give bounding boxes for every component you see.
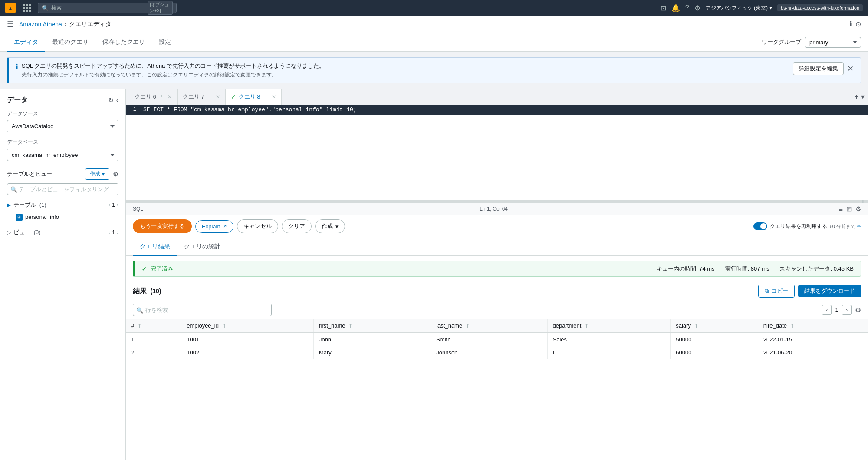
action-bar-right: クエリ結果を再利用する 60 分前まで ✏ — [753, 222, 861, 230]
next-page-button[interactable]: › — [842, 305, 852, 315]
query-tab-6[interactable]: クエリ 6 ⋮ ✕ — [129, 89, 178, 105]
copy-button[interactable]: ⧉ コピー — [758, 285, 795, 298]
info-banner: ℹ SQL クエリの開発をスピードアップするために、Athena で先行入力のコ… — [7, 57, 861, 83]
reuse-label: クエリ結果を再利用する — [770, 223, 827, 230]
cancel-button[interactable]: キャンセル — [237, 219, 278, 233]
code-line-1: 1 SELECT * FROM "cm_kasama_hr_employee".… — [126, 105, 868, 115]
format-icon[interactable]: ≡ — [839, 205, 843, 213]
grid-menu-icon[interactable] — [23, 4, 31, 12]
query-tab-7-more-icon[interactable]: ⋮ — [207, 93, 213, 100]
result-tab-results[interactable]: クエリ結果 — [133, 238, 177, 256]
views-tree-header[interactable]: ▷ ビュー (0) ‹ 1 › — [7, 227, 118, 238]
create-button[interactable]: 作成 ▾ — [315, 219, 345, 233]
cell-department: IT — [547, 346, 671, 359]
prev-page-button[interactable]: ‹ — [822, 305, 832, 315]
result-tab-stats[interactable]: クエリの統計 — [177, 238, 227, 256]
tab-editor[interactable]: エディタ — [7, 33, 45, 52]
status-text: 完了済み — [151, 265, 173, 273]
database-select[interactable]: cm_kasama_hr_employee — [7, 149, 118, 161]
sort-icon-first-name[interactable]: ⬆ — [349, 323, 352, 328]
sort-icon-hire-date[interactable]: ⬆ — [790, 323, 794, 328]
table-search-icon: 🔍 — [136, 307, 143, 313]
filter-search-icon: 🔍 — [10, 186, 17, 192]
collapse-sidebar-icon[interactable]: ‹ — [116, 96, 118, 104]
settings-icon[interactable]: ⚙ — [694, 4, 700, 12]
hamburger-menu-icon[interactable]: ☰ — [7, 20, 14, 29]
bell-icon[interactable]: 🔔 — [671, 4, 680, 12]
help-icon[interactable]: ? — [685, 4, 689, 12]
views-pagination: ‹ 1 › — [108, 229, 118, 235]
results-title: 結果 (10) — [133, 287, 161, 296]
create-table-button[interactable]: 作成 ▾ — [85, 168, 109, 180]
query-tab-6-close-icon[interactable]: ✕ — [168, 94, 172, 99]
terminal-icon[interactable]: ⊡ — [661, 4, 666, 12]
banner-close-icon[interactable]: ✕ — [847, 65, 854, 73]
database-label: データベース — [7, 139, 118, 146]
query-tab-8[interactable]: ✓ クエリ 8 ⋮ ✕ — [226, 89, 282, 105]
results-actions: ⧉ コピー 結果をダウンロード — [758, 285, 861, 298]
query-tab-6-more-icon[interactable]: ⋮ — [159, 93, 165, 100]
workgroup-select[interactable]: primary — [805, 37, 861, 48]
sort-icon-department[interactable]: ⬆ — [585, 323, 589, 328]
sort-icon-employee-id[interactable]: ⬆ — [222, 323, 226, 328]
refresh-icon[interactable]: ↻ — [108, 96, 114, 104]
results-header: 結果 (10) ⧉ コピー 結果をダウンロード — [126, 281, 868, 301]
breadcrumb-home-link[interactable]: Amazon Athena — [19, 21, 62, 28]
edit-time-icon[interactable]: ✏ — [857, 224, 861, 229]
banner-actions: 詳細設定を編集 ✕ — [793, 62, 854, 75]
views-next-icon[interactable]: › — [117, 229, 118, 235]
query-tabs-more-icon[interactable]: ▾ — [861, 93, 865, 101]
sort-icon-rownum[interactable]: ⬆ — [138, 323, 141, 328]
cell-hire_date: 2022-01-15 — [758, 333, 868, 346]
cell-employee_id: 1002 — [181, 346, 314, 359]
action-bar: もう一度実行する Explain ↗ キャンセル クリア 作成 ▾ クエリ結果を… — [126, 215, 868, 238]
line-content-1: SELECT * FROM "cm_kasama_hr_employee"."p… — [140, 105, 360, 115]
table-search-input[interactable] — [133, 304, 272, 316]
reuse-results-toggle[interactable] — [753, 222, 767, 230]
query-tab-7[interactable]: クエリ 7 ⋮ ✕ — [178, 89, 226, 105]
query-tab-8-close-icon[interactable]: ✕ — [272, 94, 276, 99]
table-item-name: personal_info — [25, 214, 59, 220]
code-editor[interactable]: 1 SELECT * FROM "cm_kasama_hr_employee".… — [126, 105, 868, 201]
layout-icon[interactable]: ⊞ — [846, 205, 852, 213]
editor-settings-icon[interactable]: ⚙ — [855, 205, 861, 213]
run-again-button[interactable]: もう一度実行する — [133, 219, 192, 233]
clear-button[interactable]: クリア — [282, 219, 312, 233]
datasource-select[interactable]: AwsDataCatalog — [7, 120, 118, 132]
tab-saved[interactable]: 保存したクエリ — [95, 33, 152, 52]
sort-icon-last-name[interactable]: ⬆ — [466, 323, 470, 328]
status-row: ✓ 完了済み キュー内の時間: 74 ms 実行時間: 807 ms スキャンし… — [133, 261, 861, 277]
filter-input[interactable] — [7, 183, 118, 195]
create-chevron-icon: ▾ — [335, 223, 339, 230]
table-settings-icon[interactable]: ⚙ — [855, 306, 861, 314]
tab-recent[interactable]: 最近のクエリ — [45, 33, 95, 52]
global-search[interactable]: 🔍 [オプション+S] — [38, 3, 177, 13]
download-button[interactable]: 結果をダウンロード — [798, 285, 861, 297]
notification-icon[interactable]: ⊙ — [855, 20, 861, 28]
table-row: 21002MaryJohnsonIT600002021-06-20 — [126, 346, 868, 359]
info-banner-title: SQL クエリの開発をスピードアップするために、Athena で先行入力のコード… — [22, 62, 789, 70]
edit-settings-button[interactable]: 詳細設定を編集 — [793, 62, 844, 75]
sort-icon-salary[interactable]: ⬆ — [694, 323, 698, 328]
table-item-personal-info[interactable]: ⊞ personal_info ⋮ — [7, 211, 118, 223]
info-icon[interactable]: ℹ — [849, 20, 852, 28]
tables-tree-header[interactable]: ▶ テーブル (1) ‹ 1 › — [7, 199, 118, 211]
cell-department: Sales — [547, 333, 671, 346]
query-tab-8-more-icon[interactable]: ⋮ — [263, 93, 269, 100]
tab-settings[interactable]: 設定 — [152, 33, 178, 52]
add-query-tab-icon[interactable]: + — [855, 93, 858, 101]
query-tab-7-close-icon[interactable]: ✕ — [216, 94, 220, 99]
search-input[interactable] — [51, 5, 143, 11]
region-selector[interactable]: アジアパシフィック (東京) ▾ — [706, 4, 772, 12]
table-more-icon[interactable]: ⋮ — [112, 213, 118, 221]
cell-first_name: Mary — [313, 346, 431, 359]
breadcrumb-current: クエリエディタ — [69, 20, 112, 28]
tables-settings-icon[interactable]: ⚙ — [113, 170, 118, 178]
tables-prev-icon[interactable]: ‹ — [108, 202, 110, 208]
cell-salary: 50000 — [671, 333, 758, 346]
time-label: 60 分前まで ✏ — [830, 223, 861, 230]
views-prev-icon[interactable]: ‹ — [108, 229, 110, 235]
sidebar-title: データ — [7, 96, 28, 105]
tables-next-icon[interactable]: › — [117, 202, 118, 208]
explain-button[interactable]: Explain ↗ — [195, 220, 233, 233]
